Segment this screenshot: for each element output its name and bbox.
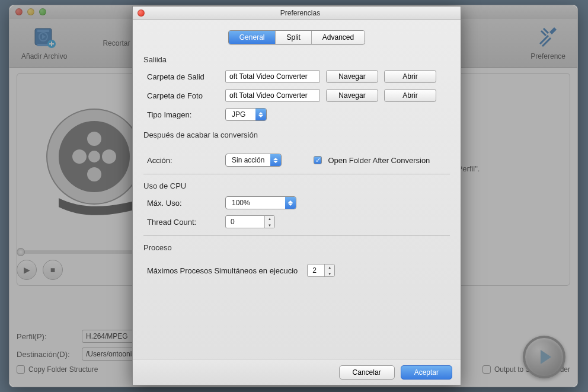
tipo-imagen-select[interactable]: JPG (225, 108, 267, 121)
max-procesos-label: Máximos Procesos Simultáneos en ejecucio (147, 266, 298, 275)
pref-title: Preferencias (145, 9, 456, 17)
pref-footer: Cancelar Aceptar (133, 359, 461, 385)
max-uso-select[interactable]: 100% (225, 196, 296, 209)
salida-abrir-button[interactable]: Abrir (384, 70, 436, 83)
section-despues: Después de acabar la conversión (143, 130, 446, 139)
tab-general[interactable]: General (229, 31, 276, 44)
accion-value: Sin acción (226, 156, 270, 164)
thread-count-stepper[interactable]: 0 ▲▼ (225, 215, 275, 228)
stepper-up-icon[interactable]: ▲ (265, 215, 274, 222)
accept-button[interactable]: Aceptar (401, 365, 452, 380)
separator (143, 174, 450, 174)
salida-navegar-button[interactable]: Navegar (326, 70, 378, 83)
open-after-checkbox[interactable]: ✓ (314, 156, 322, 164)
tab-split[interactable]: Split (276, 31, 311, 44)
foto-folder-label: Carpeta de Foto (147, 91, 219, 100)
tipo-imagen-label: Tipo Imagen: (147, 110, 219, 119)
chevron-updown-icon (270, 154, 281, 166)
separator (143, 235, 450, 236)
salida-folder-label: Carpeta de Salid (147, 72, 219, 81)
max-procesos-stepper[interactable]: 2 ▲▼ (307, 264, 335, 277)
stepper-up-icon[interactable]: ▲ (325, 264, 334, 270)
max-procesos-value: 2 (308, 266, 324, 275)
close-dialog-icon[interactable] (138, 9, 145, 17)
thread-count-value: 0 (226, 218, 264, 226)
foto-abrir-button[interactable]: Abrir (384, 89, 436, 102)
foto-folder-input[interactable] (225, 89, 320, 102)
pref-tabs: General Split Advanced (133, 30, 461, 44)
section-proceso: Proceso (143, 243, 446, 252)
tipo-imagen-value: JPG (226, 110, 255, 119)
max-uso-label: Máx. Uso: (147, 199, 219, 208)
section-salida: Saliida (143, 55, 446, 64)
stepper-down-icon[interactable]: ▼ (325, 270, 334, 277)
salida-folder-input[interactable] (225, 70, 320, 83)
max-uso-value: 100% (226, 199, 285, 207)
cancel-button[interactable]: Cancelar (339, 365, 395, 380)
pref-body: Saliida Carpeta de Salid Navegar Abrir C… (133, 55, 461, 277)
foto-navegar-button[interactable]: Navegar (326, 89, 378, 102)
thread-count-label: Thread Count: (147, 218, 219, 227)
open-after-label: Open Folder After Conversion (328, 156, 430, 165)
chevron-updown-icon (285, 197, 296, 209)
accion-select[interactable]: Sin acción (225, 154, 282, 167)
pref-titlebar: Preferencias (133, 7, 461, 20)
chevron-updown-icon (255, 109, 266, 120)
stepper-down-icon[interactable]: ▼ (265, 222, 274, 228)
preferences-dialog: Preferencias General Split Advanced Sali… (132, 6, 461, 385)
section-cpu: Uso de CPU (143, 181, 446, 190)
tab-advanced[interactable]: Advanced (312, 31, 365, 44)
accion-label: Acción: (147, 156, 219, 165)
